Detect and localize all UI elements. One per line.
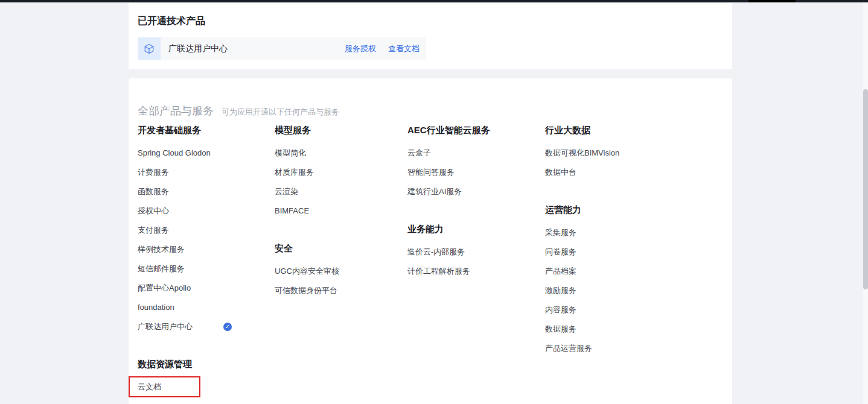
opened-products-title: 已开通技术产品: [138, 15, 723, 27]
product-item[interactable]: 产品档案: [545, 262, 723, 281]
product-item[interactable]: 计费服务: [138, 163, 275, 182]
products-column: 开发者基础服务Spring Cloud Glodon计费服务函数服务授权中心支付…: [138, 121, 275, 397]
product-item[interactable]: 云渲染: [275, 182, 407, 201]
product-item[interactable]: foundation: [138, 298, 275, 317]
product-item-label: BIMFACE: [275, 206, 309, 215]
service-auth-link[interactable]: 服务授权: [345, 43, 376, 54]
section-header: 业务能力: [407, 219, 545, 239]
product-item-label: foundation: [138, 303, 174, 312]
section-header: 运营能力: [545, 200, 723, 219]
view-docs-link[interactable]: 查看文档: [388, 43, 420, 54]
product-item-label: 数据可视化BIMVision: [545, 148, 619, 157]
opened-product-row: 广联达用户中心 服务授权 查看文档: [138, 37, 426, 60]
product-icon-box: [138, 37, 161, 60]
catalog-subtitle: 可为应用开通以下任何产品与服务: [222, 107, 339, 118]
product-item-label: 配置中心Apollo: [138, 283, 191, 292]
product-item-label: 可信数据身份平台: [275, 286, 337, 295]
product-item[interactable]: 模型简化: [275, 144, 407, 163]
check-icon: ✓: [223, 323, 232, 331]
product-item-label: 建筑行业AI服务: [407, 187, 462, 196]
product-item[interactable]: 材质库服务: [275, 163, 407, 182]
section-header: 安全: [275, 239, 407, 258]
section-header: 开发者基础服务: [138, 121, 275, 140]
product-item[interactable]: 配置中心Apollo: [138, 279, 275, 298]
opened-products-card: 已开通技术产品 广联达用户中心 服务授权 查看文档: [129, 3, 732, 69]
product-item[interactable]: 产品运营服务: [545, 339, 723, 358]
product-item[interactable]: 问卷服务: [545, 242, 723, 262]
product-name: 广联达用户中心: [168, 43, 228, 54]
product-item[interactable]: 授权中心: [138, 201, 275, 221]
product-item[interactable]: 可信数据身份平台: [275, 281, 407, 300]
product-item-label: 数据中台: [545, 168, 576, 177]
product-item-label: 材质库服务: [275, 168, 314, 177]
product-item-label: 数据服务: [545, 324, 576, 333]
product-item-label: 产品档案: [545, 267, 576, 276]
product-item[interactable]: Spring Cloud Glodon: [138, 144, 275, 163]
product-item[interactable]: BIMFACE: [275, 201, 407, 221]
product-item-label: 采集服务: [545, 228, 576, 237]
product-item-label: 云盒子: [407, 148, 431, 157]
product-item-label: UGC内容安全审核: [275, 267, 339, 276]
product-item[interactable]: 激励服务: [545, 281, 723, 300]
product-item-label: 内容服务: [545, 305, 576, 314]
scrollbar-thumb[interactable]: [863, 89, 868, 289]
product-item-label: 智能问答服务: [407, 168, 455, 177]
product-item-label: 云渲染: [275, 187, 298, 196]
product-item-label: 造价云-内部服务: [407, 247, 465, 256]
product-item[interactable]: 造价云-内部服务: [407, 242, 545, 262]
product-item[interactable]: UGC内容安全审核: [275, 262, 407, 281]
product-item-label: 授权中心: [138, 206, 169, 215]
products-column: AEC行业智能云服务云盒子智能问答服务建筑行业AI服务业务能力造价云-内部服务计…: [407, 121, 545, 281]
product-item[interactable]: 数据服务: [545, 320, 723, 339]
product-item[interactable]: 计价工程解析服务: [407, 262, 545, 281]
product-item-label: 云文档: [138, 382, 161, 391]
top-navbar: [0, 0, 868, 2]
product-item-label: 函数服务: [138, 187, 169, 196]
section-header: 模型服务: [275, 121, 407, 140]
product-item-label: 广联达用户中心: [138, 322, 193, 331]
all-products-card: 全部产品与服务 可为应用开通以下任何产品与服务 开发者基础服务Spring Cl…: [129, 78, 732, 404]
product-item-label: 样例技术服务: [138, 245, 185, 254]
product-item[interactable]: 短信邮件服务: [138, 259, 275, 279]
products-column: 模型服务模型简化材质库服务云渲染BIMFACE安全UGC内容安全审核可信数据身份…: [275, 121, 407, 300]
product-item[interactable]: 广联达用户中心✓: [138, 317, 275, 336]
section-header: AEC行业智能云服务: [407, 121, 545, 140]
product-item[interactable]: 智能问答服务: [407, 163, 545, 182]
product-item-label: 激励服务: [545, 286, 576, 295]
product-item-label: 产品运营服务: [545, 344, 592, 353]
product-item[interactable]: 支付服务: [138, 221, 275, 240]
product-item-label: Spring Cloud Glodon: [138, 148, 211, 157]
product-item-label: 问卷服务: [545, 247, 576, 256]
product-item[interactable]: 云盒子: [407, 144, 545, 163]
package-cube-icon: [144, 43, 155, 54]
catalog-title: 全部产品与服务: [138, 104, 214, 118]
product-item[interactable]: 采集服务: [545, 223, 723, 242]
product-item[interactable]: 函数服务: [138, 182, 275, 201]
product-item-label: 支付服务: [138, 226, 169, 235]
product-item[interactable]: 内容服务: [545, 300, 723, 320]
product-item[interactable]: 数据可视化BIMVision: [545, 144, 723, 163]
scrollbar-track[interactable]: [863, 2, 868, 404]
product-item[interactable]: 建筑行业AI服务: [407, 182, 545, 201]
section-header: 行业大数据: [545, 121, 723, 140]
product-item-label: 短信邮件服务: [138, 264, 185, 273]
product-item-label: 模型简化: [275, 148, 306, 157]
product-item[interactable]: 数据中台: [545, 163, 723, 182]
product-item-label: 计费服务: [138, 168, 169, 177]
products-grid: 开发者基础服务Spring Cloud Glodon计费服务函数服务授权中心支付…: [138, 121, 723, 397]
section-header: 数据资源管理: [138, 355, 275, 374]
product-item[interactable]: 云文档: [138, 377, 275, 397]
topbar-item[interactable]: [748, 0, 796, 2]
product-item-label: 计价工程解析服务: [407, 267, 470, 276]
catalog-title-row: 全部产品与服务 可为应用开通以下任何产品与服务: [138, 104, 723, 118]
product-item[interactable]: 样例技术服务: [138, 240, 275, 259]
products-column: 行业大数据数据可视化BIMVision数据中台运营能力采集服务问卷服务产品档案激…: [545, 121, 723, 358]
